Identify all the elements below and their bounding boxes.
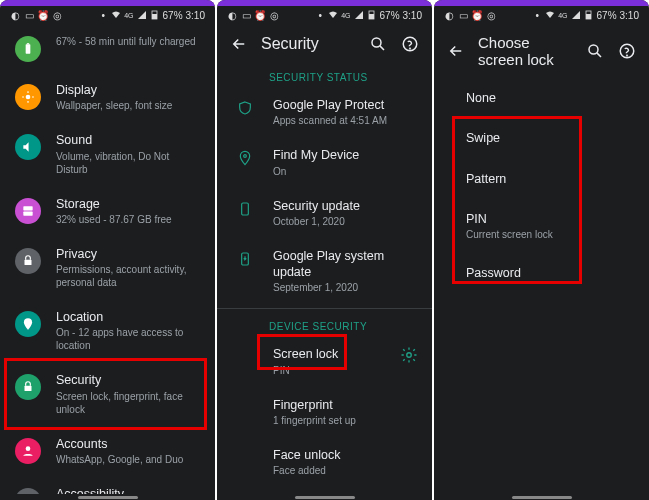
signal-icon — [571, 10, 581, 20]
display-icon — [15, 84, 41, 110]
svg-rect-10 — [23, 211, 32, 215]
divider — [217, 308, 432, 309]
item-find-device[interactable]: Find My DeviceOn — [217, 137, 432, 187]
item-smart-lock[interactable]: Smart Lock — [217, 487, 432, 494]
settings-list[interactable]: 67% - 58 min until fully charged Display… — [0, 24, 215, 494]
accounts-icon — [15, 438, 41, 464]
svg-rect-1 — [152, 14, 157, 19]
status-bar: ◐▭⏰◎ • 4G 67% 3:10 — [217, 6, 432, 24]
nav-bar[interactable] — [217, 494, 432, 500]
clock: 3:10 — [186, 10, 205, 21]
svg-point-32 — [627, 55, 628, 56]
svg-point-4 — [26, 95, 31, 100]
back-button[interactable] — [229, 34, 249, 54]
clock: 3:10 — [403, 10, 422, 21]
nav-bar[interactable] — [434, 494, 649, 500]
battery-icon — [150, 10, 160, 20]
network-label: 4G — [124, 12, 133, 19]
option-pattern[interactable]: Pattern — [434, 159, 649, 199]
security-list[interactable]: SECURITY STATUS Google Play ProtectApps … — [217, 64, 432, 494]
security-icon — [15, 374, 41, 400]
network-label: 4G — [341, 12, 350, 19]
security-panel: ◐▭⏰◎ • 4G 67% 3:10 Security SECURITY STA… — [217, 0, 432, 500]
section-security-status: SECURITY STATUS — [217, 64, 432, 87]
setting-location[interactable]: LocationOn - 12 apps have access to loca… — [0, 299, 215, 362]
status-bar: ◐▭⏰◎ • 4G 67% 3:10 — [434, 6, 649, 24]
svg-point-26 — [407, 353, 412, 358]
app-bar: Choose screen lock — [434, 24, 649, 78]
setting-security[interactable]: SecurityScreen lock, fingerprint, face u… — [0, 362, 215, 425]
app-icon: ◎ — [52, 10, 62, 20]
app-bar: Security — [217, 24, 432, 64]
svg-rect-12 — [25, 386, 32, 391]
svg-rect-18 — [369, 14, 374, 19]
search-button[interactable] — [585, 41, 605, 61]
app-icon: ◎ — [269, 10, 279, 20]
dot-icon: • — [532, 10, 542, 20]
storage-icon — [15, 198, 41, 224]
wifi-icon — [328, 10, 338, 20]
option-swipe[interactable]: Swipe — [434, 118, 649, 158]
setting-display[interactable]: DisplayWallpaper, sleep, font size — [0, 72, 215, 122]
network-label: 4G — [558, 12, 567, 19]
svg-line-20 — [380, 46, 384, 50]
page-title: Security — [261, 35, 356, 53]
option-none[interactable]: None — [434, 78, 649, 118]
privacy-icon — [15, 248, 41, 274]
item-fingerprint[interactable]: Fingerprint1 fingerprint set up — [217, 387, 432, 437]
accessibility-icon — [15, 488, 41, 494]
battery-icon — [367, 10, 377, 20]
gear-button[interactable] — [400, 346, 418, 364]
svg-rect-11 — [25, 260, 32, 265]
battery-icon — [584, 10, 594, 20]
help-button[interactable] — [617, 41, 637, 61]
setting-sound[interactable]: SoundVolume, vibration, Do Not Disturb — [0, 122, 215, 185]
camera-icon: ▭ — [458, 10, 468, 20]
pin-icon — [236, 149, 254, 167]
option-pin[interactable]: PINCurrent screen lock — [434, 199, 649, 253]
setting-battery[interactable]: 67% - 58 min until fully charged — [0, 24, 215, 72]
item-play-system-update[interactable]: Google Play system updateSeptember 1, 20… — [217, 238, 432, 305]
option-password[interactable]: Password — [434, 253, 649, 293]
clock: 3:10 — [620, 10, 639, 21]
sound-icon — [15, 134, 41, 160]
svg-point-19 — [372, 38, 381, 47]
svg-line-30 — [597, 53, 601, 57]
setting-accounts[interactable]: AccountsWhatsApp, Google, and Duo — [0, 426, 215, 476]
messenger-icon: ◐ — [227, 10, 237, 20]
section-device-security: DEVICE SECURITY — [217, 313, 432, 336]
alarm-icon: ⏰ — [38, 10, 48, 20]
wifi-icon — [111, 10, 121, 20]
svg-point-13 — [26, 446, 31, 451]
item-play-protect[interactable]: Google Play ProtectApps scanned at 4:51 … — [217, 87, 432, 137]
svg-point-22 — [410, 48, 411, 49]
svg-rect-28 — [586, 14, 591, 19]
setting-accessibility[interactable]: AccessibilityScreen readers, display, in… — [0, 476, 215, 494]
lock-options-list[interactable]: None Swipe Pattern PINCurrent screen loc… — [434, 78, 649, 494]
svg-rect-2 — [26, 44, 31, 53]
location-icon — [15, 311, 41, 337]
nav-bar[interactable] — [0, 494, 215, 500]
messenger-icon: ◐ — [10, 10, 20, 20]
svg-point-23 — [244, 155, 247, 158]
status-bar: ◐ ▭ ⏰ ◎ • 4G 67% 3:10 — [0, 6, 215, 24]
camera-icon: ▭ — [241, 10, 251, 20]
search-button[interactable] — [368, 34, 388, 54]
item-face-unlock[interactable]: Face unlockFace added — [217, 437, 432, 487]
item-screen-lock[interactable]: Screen lockPIN — [217, 336, 432, 386]
setting-privacy[interactable]: PrivacyPermissions, account activity, pe… — [0, 236, 215, 299]
dot-icon: • — [315, 10, 325, 20]
battery-pct: 67% — [163, 10, 183, 21]
camera-icon: ▭ — [24, 10, 34, 20]
battery-icon — [15, 36, 41, 62]
signal-icon — [137, 10, 147, 20]
shield-icon — [236, 99, 254, 117]
settings-panel: ◐ ▭ ⏰ ◎ • 4G 67% 3:10 67% - 58 min until… — [0, 0, 215, 500]
help-button[interactable] — [400, 34, 420, 54]
setting-storage[interactable]: Storage32% used - 87.67 GB free — [0, 186, 215, 236]
alarm-icon: ⏰ — [472, 10, 482, 20]
item-security-update[interactable]: Security updateOctober 1, 2020 — [217, 188, 432, 238]
update-icon — [236, 250, 254, 268]
choose-lock-panel: ◐▭⏰◎ • 4G 67% 3:10 Choose screen lock No… — [434, 0, 649, 500]
back-button[interactable] — [446, 41, 466, 61]
